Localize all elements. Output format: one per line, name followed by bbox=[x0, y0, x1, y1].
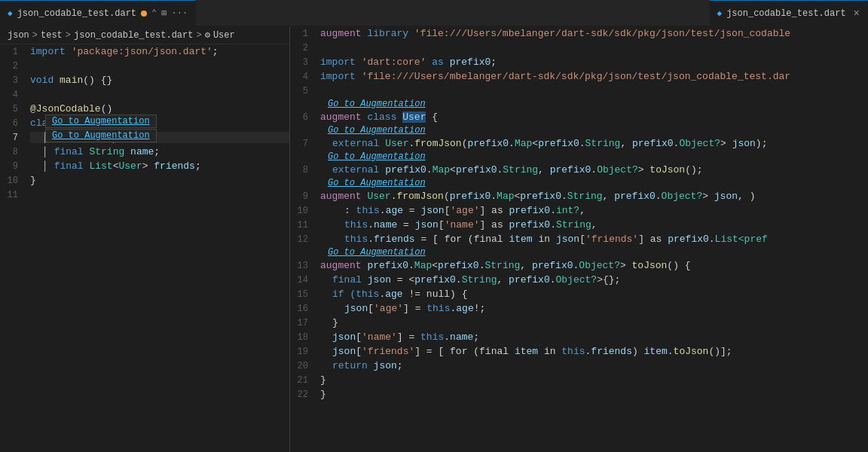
right-content-5 bbox=[320, 85, 868, 96]
dart-icon-left: ◆ bbox=[8, 8, 13, 18]
breadcrumb-user[interactable]: User bbox=[213, 30, 235, 41]
right-line-1: 1 augment library 'file:///Users/mbelang… bbox=[290, 26, 868, 41]
tab-close-right[interactable]: × bbox=[854, 8, 860, 19]
line-content-9: │ final List<User> friends; bbox=[30, 160, 289, 172]
right-editor: 1 augment library 'file:///Users/mbelang… bbox=[290, 26, 868, 452]
right-linenum-1: 1 bbox=[290, 29, 320, 39]
right-line-6: 6 augment class User { bbox=[290, 110, 868, 124]
right-line-19: 19 json['friends'] = [ for (final item i… bbox=[290, 344, 868, 359]
right-content-21: } bbox=[320, 374, 868, 386]
goto-link-3[interactable]: Go to Augmentation bbox=[328, 151, 426, 162]
right-content-6: augment class User { bbox=[320, 111, 868, 123]
right-linenum-10: 10 bbox=[290, 206, 320, 216]
tab-action-more[interactable]: ··· bbox=[172, 8, 188, 19]
goto-label-2[interactable]: Go to Augmentation bbox=[290, 124, 868, 136]
right-content-20: return json; bbox=[320, 360, 868, 371]
tooltip-link-5[interactable]: Go to Augmentation bbox=[52, 116, 150, 127]
linenum-10: 10 bbox=[0, 176, 30, 186]
goto-label-4[interactable]: Go to Augmentation bbox=[290, 177, 868, 189]
right-linenum-9: 9 bbox=[290, 191, 320, 202]
right-line-11: 11 this.name = json['name'] as prefix0.S… bbox=[290, 218, 868, 232]
goto-label-3[interactable]: Go to Augmentation bbox=[290, 151, 868, 163]
right-line-2: 2 bbox=[290, 41, 868, 55]
right-linenum-7: 7 bbox=[290, 139, 320, 149]
right-line-14: 14 final json = <prefix0.String, prefix0… bbox=[290, 273, 868, 287]
line-content-3: void main() {} bbox=[30, 75, 289, 86]
dart-icon-right: ◆ bbox=[717, 8, 723, 18]
right-line-5: 5 bbox=[290, 84, 868, 98]
main-content: json > test > json_codable_test.dart > ⚙… bbox=[0, 26, 868, 452]
right-linenum-4: 4 bbox=[290, 72, 320, 82]
right-code-lines: 1 augment library 'file:///Users/mbelang… bbox=[290, 26, 868, 402]
tooltip-goto-augmentation-5[interactable]: Go to Augmentation bbox=[45, 115, 157, 128]
linenum-7: 7 bbox=[0, 133, 30, 143]
tab-action-git[interactable]: ⌃ bbox=[151, 8, 157, 19]
left-line-10: 10 } bbox=[0, 173, 289, 188]
right-content-7: external User.fromJson(prefix0.Map<prefi… bbox=[320, 138, 868, 149]
linenum-2: 2 bbox=[0, 61, 30, 72]
right-content-11: this.name = json['name'] as prefix0.Stri… bbox=[320, 219, 868, 231]
right-content-12: this.friends = [ for (final item in json… bbox=[320, 234, 868, 245]
right-panel: 1 augment library 'file:///Users/mbelang… bbox=[290, 26, 868, 452]
line-content-8: │ final String name; bbox=[30, 146, 289, 157]
right-linenum-12: 12 bbox=[290, 234, 320, 245]
left-line-2: 2 bbox=[0, 59, 289, 73]
tab-right-label: json_codable_test.dart bbox=[726, 8, 845, 19]
right-line-3: 3 import 'dart:core' as prefix0; bbox=[290, 55, 868, 69]
right-content-16: json['age'] = this.age!; bbox=[320, 303, 868, 314]
breadcrumb-test[interactable]: test bbox=[41, 30, 63, 41]
linenum-5: 5 bbox=[0, 104, 30, 115]
right-linenum-8: 8 bbox=[290, 165, 320, 176]
right-line-8: 8 external prefix0.Map<prefix0.String, p… bbox=[290, 163, 868, 177]
right-line-12: 12 this.friends = [ for (final item in j… bbox=[290, 232, 868, 246]
line-content-4 bbox=[30, 89, 289, 100]
goto-link-5[interactable]: Go to Augmentation bbox=[328, 247, 426, 258]
goto-label-1[interactable]: Go to Augmentation bbox=[290, 98, 868, 110]
goto-link-1[interactable]: Go to Augmentation bbox=[328, 99, 426, 109]
tooltip-goto-augmentation-6[interactable]: Go to Augmentation bbox=[45, 129, 157, 142]
left-line-11: 11 bbox=[0, 188, 289, 202]
line-content-1: import 'package:json/json.dart'; bbox=[30, 46, 289, 57]
tooltip-link-6[interactable]: Go to Augmentation bbox=[52, 130, 150, 141]
right-content-1: augment library 'file:///Users/mbelanger… bbox=[320, 28, 868, 39]
linenum-3: 3 bbox=[0, 75, 30, 86]
tab-action-split[interactable]: ⊞ bbox=[161, 8, 167, 19]
line-content-11 bbox=[30, 189, 289, 200]
right-linenum-22: 22 bbox=[290, 389, 320, 400]
goto-link-2[interactable]: Go to Augmentation bbox=[328, 125, 426, 136]
goto-link-4[interactable]: Go to Augmentation bbox=[328, 178, 426, 188]
breadcrumb-left: json > test > json_codable_test.dart > ⚙… bbox=[0, 26, 289, 44]
line-content-5: @JsonCodable() bbox=[30, 103, 289, 115]
linenum-11: 11 bbox=[0, 190, 30, 200]
breadcrumb-file[interactable]: json_codable_test.dart bbox=[74, 30, 193, 41]
right-content-18: json['name'] = this.name; bbox=[320, 331, 868, 343]
right-linenum-6: 6 bbox=[290, 112, 320, 123]
left-code-lines: 1 import 'package:json/json.dart'; 2 3 v… bbox=[0, 44, 289, 202]
goto-label-5[interactable]: Go to Augmentation bbox=[290, 246, 868, 258]
right-line-22: 22 } bbox=[290, 387, 868, 402]
right-content-13: augment prefix0.Map<prefix0.String, pref… bbox=[320, 260, 868, 271]
left-line-4: 4 bbox=[0, 87, 289, 102]
left-editor: 1 import 'package:json/json.dart'; 2 3 v… bbox=[0, 44, 289, 452]
right-linenum-14: 14 bbox=[290, 275, 320, 286]
right-line-10: 10 : this.age = json['age'] as prefix0.i… bbox=[290, 203, 868, 218]
tab-bar: ◆ json_codable_test.dart ⌃ ⊞ ··· ◆ json_… bbox=[0, 0, 868, 26]
left-line-3: 3 void main() {} bbox=[0, 73, 289, 87]
right-content-15: if (this.age != null) { bbox=[320, 289, 868, 300]
linenum-4: 4 bbox=[0, 90, 30, 100]
right-line-16: 16 json['age'] = this.age!; bbox=[290, 301, 868, 316]
right-linenum-21: 21 bbox=[290, 375, 320, 386]
tab-right[interactable]: ◆ json_codable_test.dart × bbox=[710, 0, 868, 26]
right-content-3: import 'dart:core' as prefix0; bbox=[320, 56, 868, 68]
linenum-8: 8 bbox=[0, 147, 30, 157]
linenum-9: 9 bbox=[0, 161, 30, 172]
breadcrumb-json[interactable]: json bbox=[8, 30, 29, 41]
tab-left[interactable]: ◆ json_codable_test.dart ⌃ ⊞ ··· bbox=[0, 0, 196, 26]
right-linenum-15: 15 bbox=[290, 289, 320, 300]
right-content-22: } bbox=[320, 389, 868, 400]
line-content-10: } bbox=[30, 175, 289, 186]
right-content-14: final json = <prefix0.String, prefix0.Ob… bbox=[320, 274, 868, 286]
right-line-4: 4 import 'file:///Users/mbelanger/dart-s… bbox=[290, 69, 868, 84]
right-line-15: 15 if (this.age != null) { bbox=[290, 287, 868, 301]
tab-left-label: json_codable_test.dart bbox=[17, 8, 136, 19]
